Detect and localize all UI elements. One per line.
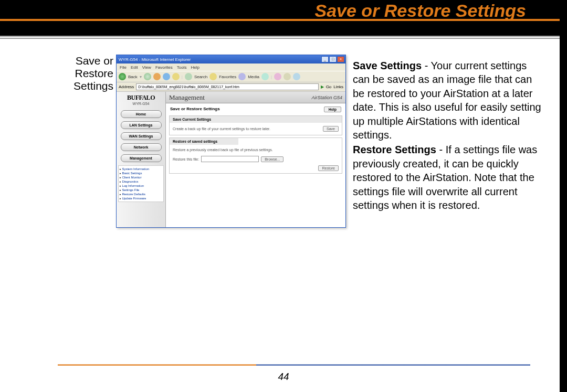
page-title-row: Save or Restore Settings Help [166, 103, 345, 113]
menu-help[interactable]: Help [191, 65, 199, 70]
nav-management[interactable]: Management [121, 154, 162, 162]
history-icon[interactable] [261, 73, 269, 80]
sublink-system-information[interactable]: System Information [120, 167, 162, 171]
help-button[interactable]: Help [324, 107, 341, 112]
search-label: Search [194, 75, 207, 79]
save-settings-text: - Your current settings can be saved as … [353, 60, 541, 141]
favorites-label: Favorites [219, 75, 236, 79]
home-icon[interactable] [172, 73, 180, 80]
search-icon[interactable] [185, 73, 192, 80]
router-main-pane: Management AirStation G54 Save or Restor… [166, 92, 345, 227]
sublink-update-firmware[interactable]: Update Firmware [120, 196, 162, 200]
header-title: Save or Restore Settings [315, 0, 526, 21]
save-settings-panel: Save Current Settings Create a back up f… [169, 115, 342, 135]
restore-panel-title: Restore of saved settings [170, 138, 238, 145]
save-panel-body: Create a back up file of your current se… [170, 123, 342, 135]
edit-icon[interactable] [293, 73, 300, 80]
buffalo-logo: BUFFALO [127, 94, 155, 102]
browser-screenshot: WYR-G54 - Microsoft Internet Explorer _ … [116, 55, 346, 228]
restore-settings-bold: Restore Settings [353, 144, 436, 155]
nav-wan-settings[interactable]: WAN Settings [121, 132, 162, 140]
router-sidebar: BUFFALO WYR-G54 Home LAN Settings WAN Se… [117, 92, 166, 227]
management-header: Management AirStation G54 [166, 92, 345, 103]
section-label: Save or Restore Settings [62, 55, 113, 92]
print-icon[interactable] [284, 73, 291, 80]
nav-network[interactable]: Network [121, 143, 162, 151]
menu-edit[interactable]: Edit [131, 65, 138, 70]
minimize-button[interactable]: _ [321, 56, 329, 62]
page-number: 44 [0, 371, 567, 383]
restore-file-label: Restore this file: [173, 157, 199, 161]
airstation-label: AirStation G54 [311, 95, 342, 100]
ie-menubar: File Edit View Favorites Tools Help [117, 63, 345, 71]
restore-settings-panel: Restore of saved settings Restore a prev… [169, 137, 342, 174]
nav-home[interactable]: Home [121, 110, 162, 118]
menu-file[interactable]: File [120, 65, 127, 70]
page-right-edge [560, 0, 567, 392]
section-label-line1: Save or [76, 55, 113, 67]
sublink-client-monitor[interactable]: Client Monitor [120, 175, 162, 179]
sublink-diagnostics[interactable]: Diagnostics [120, 179, 162, 184]
restore-button-row: Restore [173, 166, 339, 170]
restore-panel-text: Restore a previously created back up fil… [173, 148, 339, 152]
save-button[interactable]: Save [323, 126, 339, 132]
menu-tools[interactable]: Tools [177, 65, 187, 70]
nav-lan-settings[interactable]: LAN Settings [121, 121, 162, 129]
maximize-button[interactable]: □ [329, 56, 337, 62]
refresh-icon[interactable] [163, 73, 170, 80]
restore-file-row: Restore this file: Browse... [173, 156, 339, 162]
header-stripes [0, 36, 567, 40]
page-body: BUFFALO WYR-G54 Home LAN Settings WAN Se… [117, 92, 345, 227]
links-label[interactable]: Links [333, 84, 343, 89]
go-button[interactable]: Go [326, 84, 332, 89]
favorites-icon[interactable] [209, 73, 217, 80]
restore-file-input[interactable] [201, 156, 259, 162]
save-settings-bold: Save Settings [353, 60, 422, 71]
forward-icon[interactable] [144, 73, 151, 80]
menu-view[interactable]: View [142, 65, 151, 70]
restore-panel-body: Restore a previously created back up fil… [170, 145, 342, 173]
description-text: Save Settings - Your current settings ca… [353, 59, 543, 213]
back-icon[interactable] [119, 73, 126, 80]
management-title: Management [169, 93, 205, 102]
header-band: Save or Restore Settings [0, 0, 567, 37]
ie-address-bar: Address D:\buffalo_8065M_eng8821\buffalo… [117, 82, 345, 92]
window-buttons: _ □ × [321, 56, 344, 62]
section-label-line3: Settings [74, 80, 113, 92]
back-label: Back [128, 75, 138, 79]
browse-button[interactable]: Browse... [261, 156, 284, 162]
stop-icon[interactable] [153, 73, 161, 80]
save-panel-text: Create a back up file of your current se… [173, 127, 270, 131]
section-label-line2: Restore [75, 67, 113, 79]
ie-window-title: WYR-G54 - Microsoft Internet Explorer [119, 57, 191, 62]
save-panel-title: Save Current Settings [170, 116, 342, 123]
restore-button[interactable]: Restore [318, 165, 339, 171]
header-accent-line [0, 19, 567, 21]
sublink-basic-settings[interactable]: Basic Settings [120, 171, 162, 175]
ie-titlebar: WYR-G54 - Microsoft Internet Explorer _ … [117, 55, 345, 63]
sublink-log-information[interactable]: Log Information [120, 184, 162, 188]
model-label: WYR-G54 [133, 102, 150, 105]
mail-icon[interactable] [274, 73, 281, 80]
address-label: Address [119, 84, 134, 89]
page-title: Save or Restore Settings [170, 107, 220, 112]
nav-sublinks: System Information Basic Settings Client… [118, 165, 164, 202]
menu-favorites[interactable]: Favorites [155, 65, 173, 70]
close-button[interactable]: × [337, 56, 344, 62]
sublink-restore-defaults[interactable]: Restore Defaults [120, 192, 162, 196]
footer-rule [58, 364, 530, 366]
sublink-settings-file[interactable]: Settings File [120, 188, 162, 192]
media-icon[interactable] [238, 73, 246, 80]
address-input[interactable]: D:\buffalo_8065M_eng8821\buffalo_8065M_0… [136, 83, 318, 90]
media-label: Media [248, 75, 259, 79]
ie-toolbar: Back ▾ | Search Favorites Media | [117, 71, 345, 82]
